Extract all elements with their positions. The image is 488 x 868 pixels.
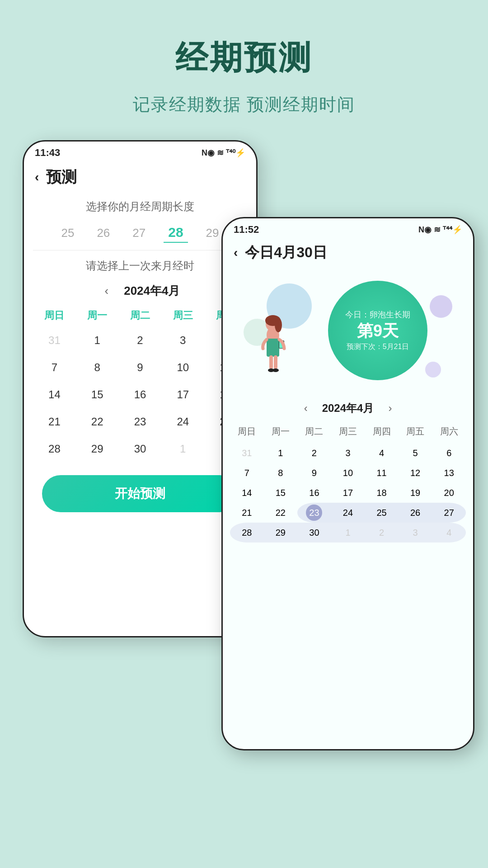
- back-arrow-btn[interactable]: ‹: [35, 170, 39, 184]
- cal-day-cell[interactable]: 1: [264, 443, 298, 463]
- cal-day-cell[interactable]: 3: [331, 443, 365, 463]
- cal-day[interactable]: 21: [33, 409, 76, 434]
- status-icons-front: N◉ ≋ ᵀ⁴⁴⚡: [418, 225, 462, 235]
- status-time-back: 11:43: [35, 147, 60, 159]
- cal-day-cell[interactable]: 28: [230, 523, 264, 542]
- cal-day-cell[interactable]: 24: [331, 503, 365, 523]
- cal-day-cell[interactable]: 17: [331, 483, 365, 503]
- cal-day[interactable]: 1: [161, 436, 204, 462]
- cal-day-cell[interactable]: 25: [365, 503, 399, 523]
- svg-point-8: [272, 368, 279, 372]
- cal-day-cell[interactable]: 26: [399, 503, 432, 523]
- cal-day[interactable]: 17: [161, 382, 204, 407]
- cal-day[interactable]: 3: [161, 328, 204, 353]
- cal-day-cell[interactable]: 20: [432, 483, 466, 503]
- back-header-title: 预测: [46, 167, 77, 188]
- picker-29[interactable]: 29: [202, 224, 224, 242]
- cal-day[interactable]: 31: [33, 328, 76, 353]
- front-back-arrow[interactable]: ‹: [234, 245, 238, 260]
- cal-day-cell[interactable]: 13: [432, 463, 466, 483]
- cal-day-cell[interactable]: 31: [230, 443, 264, 463]
- cal-day[interactable]: 9: [119, 355, 162, 380]
- cal-day-cell[interactable]: 16: [297, 483, 331, 503]
- cal-day-cell[interactable]: 5: [399, 443, 432, 463]
- bubble-deco-3: [430, 295, 452, 318]
- cal-day-cell[interactable]: 21: [230, 503, 264, 523]
- back-cal-prev[interactable]: ‹: [100, 282, 113, 300]
- status-bar-back: 11:43 N◉ ≋ ᵀ⁴⁰⚡: [24, 142, 256, 162]
- picker-25[interactable]: 25: [56, 224, 79, 242]
- cal-day[interactable]: 10: [161, 355, 204, 380]
- front-weekday-sun: 周日: [230, 423, 264, 440]
- cal-day[interactable]: 2: [119, 328, 162, 353]
- cal-day-cell[interactable]: 15: [264, 483, 298, 503]
- cal-day-cell[interactable]: 7: [230, 463, 264, 483]
- picker-26[interactable]: 26: [92, 224, 114, 242]
- girl-figure: [250, 308, 296, 389]
- weekday-wed: 周三: [161, 306, 204, 325]
- cal-day[interactable]: 16: [119, 382, 162, 407]
- cal-day-cell[interactable]: 14: [230, 483, 264, 503]
- cal-day-cell[interactable]: 9: [297, 463, 331, 483]
- bubble-deco-4: [425, 362, 441, 377]
- svg-point-3: [275, 318, 282, 332]
- cal-day-cell[interactable]: 22: [264, 503, 298, 523]
- cal-day-cell[interactable]: 27: [432, 503, 466, 523]
- cal-day-today[interactable]: 23: [297, 503, 331, 523]
- front-weekday-thu: 周四: [365, 423, 399, 440]
- cal-day[interactable]: 28: [33, 436, 76, 462]
- front-phone-header: ‹ 今日4月30日: [223, 239, 473, 267]
- front-cal-next[interactable]: ›: [383, 400, 397, 416]
- bubble-next-label: 预测下次：5月21日: [347, 342, 409, 352]
- front-cal-weekdays: 周日 周一 周二 周三 周四 周五 周六: [223, 420, 473, 443]
- picker-27[interactable]: 27: [128, 224, 150, 242]
- cal-day-cell[interactable]: 11: [365, 463, 399, 483]
- cal-day-cell[interactable]: 8: [264, 463, 298, 483]
- cal-day-cell[interactable]: 6: [432, 443, 466, 463]
- cal-day[interactable]: 29: [76, 436, 119, 462]
- weekday-tue: 周二: [119, 306, 162, 325]
- svg-rect-6: [274, 355, 277, 369]
- cal-day-cell[interactable]: 29: [264, 523, 298, 542]
- cycle-select-label: 选择你的月经周期长度: [24, 192, 256, 218]
- cal-day[interactable]: 24: [161, 409, 204, 434]
- page-title: 经期预测: [0, 0, 488, 80]
- weekday-sun: 周日: [33, 306, 76, 325]
- svg-rect-4: [267, 339, 279, 357]
- front-weekday-fri: 周五: [399, 423, 432, 440]
- front-header-title: 今日4月30日: [245, 243, 327, 263]
- status-time-front: 11:52: [234, 224, 259, 236]
- cal-day-cell[interactable]: 19: [399, 483, 432, 503]
- cal-day-cell[interactable]: 18: [365, 483, 399, 503]
- cal-day-cell[interactable]: 1: [331, 523, 365, 542]
- cal-day-cell[interactable]: 4: [365, 443, 399, 463]
- cal-day[interactable]: 1: [76, 328, 119, 353]
- cal-day-cell[interactable]: 2: [297, 443, 331, 463]
- front-weekday-tue: 周二: [297, 423, 331, 440]
- cal-day[interactable]: 23: [119, 409, 162, 434]
- cal-day[interactable]: 8: [76, 355, 119, 380]
- cal-day[interactable]: 30: [119, 436, 162, 462]
- picker-28-active[interactable]: 28: [164, 223, 188, 243]
- cal-day[interactable]: 22: [76, 409, 119, 434]
- page-subtitle: 记录经期数据 预测经期时间: [0, 93, 488, 116]
- front-cal-days: 31 1 2 3 4 5 6 7 8 9 10 11 12 13 14 15 1…: [223, 443, 473, 542]
- front-cal-prev[interactable]: ‹: [299, 400, 313, 416]
- phone-front: 11:52 N◉ ≋ ᵀ⁴⁴⚡ ‹ 今日4月30日: [221, 217, 474, 750]
- weekday-mon: 周一: [76, 306, 119, 325]
- status-bar-front: 11:52 N◉ ≋ ᵀ⁴⁴⚡: [223, 218, 473, 239]
- cal-day-cell[interactable]: 30: [297, 523, 331, 542]
- main-bubble: 今日：卵泡生长期 第9天 预测下次：5月21日: [328, 281, 427, 380]
- start-predict-btn[interactable]: 开始预测: [42, 475, 238, 512]
- cal-day-cell[interactable]: 4: [432, 523, 466, 542]
- bubble-day-label: 第9天: [357, 320, 399, 342]
- svg-rect-5: [269, 355, 273, 369]
- cal-day-cell[interactable]: 12: [399, 463, 432, 483]
- cal-day-cell[interactable]: 10: [331, 463, 365, 483]
- cal-day[interactable]: 7: [33, 355, 76, 380]
- cal-day[interactable]: 14: [33, 382, 76, 407]
- back-phone-header: ‹ 预测: [24, 162, 256, 192]
- cal-day-cell[interactable]: 3: [399, 523, 432, 542]
- cal-day-cell[interactable]: 2: [365, 523, 399, 542]
- cal-day[interactable]: 15: [76, 382, 119, 407]
